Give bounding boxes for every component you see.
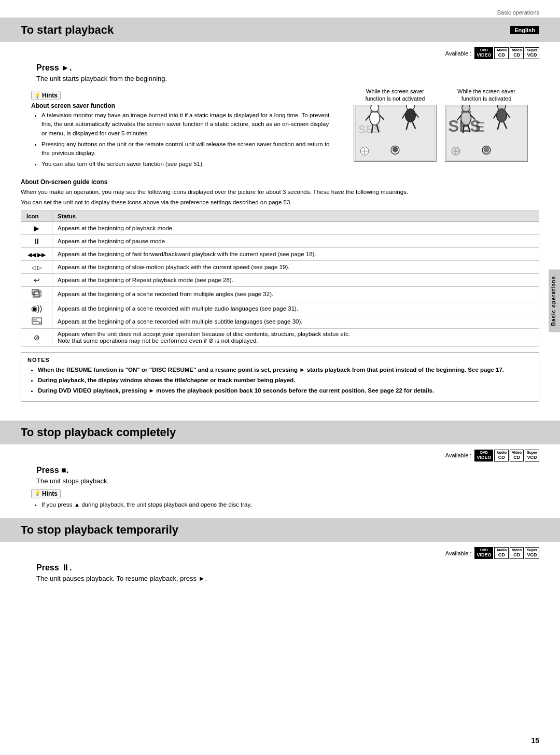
- press-instruction-1: Press ►.: [36, 63, 539, 73]
- hints-label-2: 💡 Hints: [31, 489, 61, 498]
- press-desc-3: The unit pauses playback. To resume play…: [36, 575, 539, 582]
- disc-badges-2: DVD VIDEO Audio CD Video CD Super VCD: [474, 450, 539, 462]
- side-tab: Basic operations: [549, 270, 560, 332]
- section2-available: Available : DVD VIDEO Audio CD Video CD …: [21, 450, 539, 462]
- hints-col: 💡 Hints About screen saver function A te…: [21, 88, 332, 173]
- screen-activated-box: SES E: [445, 105, 528, 162]
- status-multiangle: Appears at the beginning of a scene reco…: [52, 286, 539, 302]
- table-row: Appears at the beginning of a scene reco…: [21, 286, 539, 302]
- svg-point-24: [461, 111, 471, 125]
- hint-item-2: If you press ▲ during playback, the unit…: [41, 500, 539, 509]
- guide-desc1: When you make an operation, you may see …: [21, 188, 539, 196]
- press-instruction-2: Press ■.: [36, 466, 539, 475]
- badge-dvd-video: DVD VIDEO: [474, 47, 493, 59]
- page-header: Basic operations: [0, 0, 560, 18]
- icon-ff-rew: ◀◀ ▶▶: [21, 247, 52, 260]
- subtitle-icon: [32, 317, 42, 325]
- hint-single-2: If you press ▲ during playback, the unit…: [31, 500, 539, 509]
- hints-item-1: A television monitor may have an image b…: [41, 111, 332, 138]
- icon-multiangle: [21, 286, 52, 302]
- hints-container-2: 💡 Hints If you press ▲ during playback, …: [31, 489, 539, 509]
- status-slow: Appears at the beginning of slow-motion …: [52, 260, 539, 273]
- hints-text: Hints: [42, 92, 58, 99]
- badge-audio-cd-2: Audio CD: [494, 450, 509, 462]
- hint-list-2: If you press ▲ during playback, the unit…: [31, 500, 539, 509]
- available-label-2: Available :: [445, 452, 472, 458]
- available-label-3: Available :: [445, 550, 472, 556]
- icon-pause: ⏸: [21, 234, 52, 247]
- hints-label: 💡 Hints: [31, 91, 61, 100]
- press-desc-2: The unit stops playback.: [36, 477, 539, 485]
- disc-badges: DVD VIDEO Audio CD Video CD Super VCD: [474, 47, 539, 59]
- table-row: ▶ Appears at the beginning of playback m…: [21, 221, 539, 234]
- badge-dvd-video-3: DVD VIDEO: [474, 547, 493, 559]
- table-body: ▶ Appears at the beginning of playback m…: [21, 221, 539, 346]
- section1-title: To start playback: [21, 23, 114, 37]
- section2-title: To stop playback completely: [21, 426, 176, 439]
- available-label: Available :: [445, 50, 472, 57]
- disc-badges-3: DVD VIDEO Audio CD Video CD Super VCD: [474, 547, 539, 559]
- badge-super-vcd-3: Super VCD: [525, 547, 539, 559]
- icon-audio: ◉)): [21, 302, 52, 315]
- notes-list: When the RESUME function is "ON" or "DIS…: [27, 366, 533, 396]
- svg-point-3: [370, 111, 380, 125]
- table-row: ◀◀ ▶▶ Appears at the beginning of fast f…: [21, 247, 539, 260]
- icon-subtitle: [21, 315, 52, 328]
- note-3: During DVD VIDEO playback, pressing ► mo…: [38, 386, 533, 395]
- icon-slow: ◁ ▷: [21, 260, 52, 273]
- guide-subheading: About On-screen guide icons: [21, 178, 539, 186]
- section3-available: Available : DVD VIDEO Audio CD Video CD …: [21, 547, 539, 559]
- screen-activated: While the screen saverfunction is activa…: [445, 88, 528, 162]
- note-1: When the RESUME function is "ON" or "DIS…: [38, 366, 533, 374]
- status-ff-rew: Appears at the beginning of fast forward…: [52, 247, 539, 260]
- hints-item-2: Pressing any buttons on the unit or the …: [41, 140, 332, 158]
- section3-header: To stop playback temporarily: [0, 518, 560, 542]
- multiangle-icon: [32, 289, 42, 298]
- svg-point-11: [405, 109, 416, 122]
- table-row: ◁ ▷ Appears at the beginning of slow-mot…: [21, 260, 539, 273]
- hints-item-3: You can also turn off the screen saver f…: [41, 160, 332, 169]
- status-pause: Appears at the beginning of pause mode.: [52, 234, 539, 247]
- screen-not-activated-box: SES: [354, 105, 437, 162]
- icon-play: ▶: [21, 221, 52, 234]
- hints-icon: 💡: [34, 93, 40, 99]
- section2-content: Available : DVD VIDEO Audio CD Video CD …: [0, 444, 560, 518]
- badge-audio-cd: Audio CD: [494, 47, 509, 59]
- screen-not-activated: While the screen saverfunction is not ac…: [354, 88, 437, 162]
- press-desc-1: The unit starts playback from the beginn…: [36, 75, 539, 82]
- two-col-layout: 💡 Hints About screen saver function A te…: [21, 88, 539, 173]
- badge-video-cd-3: Video CD: [510, 547, 524, 559]
- badge-super-vcd-2: Super VCD: [525, 450, 539, 462]
- note-2: During playback, the display window show…: [38, 376, 533, 385]
- screen-saver-images: While the screen saverfunction is not ac…: [354, 88, 528, 162]
- screen-saver-images-col: While the screen saverfunction is not ac…: [342, 88, 539, 173]
- badge-super-vcd: Super VCD: [525, 47, 539, 59]
- svg-text:E: E: [475, 119, 484, 135]
- english-badge: English: [510, 26, 539, 34]
- table-row: Appears at the beginning of a scene reco…: [21, 315, 539, 328]
- table-row: ⊘ Appears when the unit does not accept …: [21, 328, 539, 346]
- screen-activated-caption: While the screen saverfunction is activa…: [457, 88, 515, 103]
- notes-heading: NOTES: [27, 357, 533, 363]
- screen-not-activated-caption: While the screen saverfunction is not ac…: [366, 88, 425, 103]
- soccer-svg-2: SES E: [445, 105, 527, 161]
- section2-header: To stop playback completely: [0, 421, 560, 444]
- table-row: ⏸ Appears at the beginning of pause mode…: [21, 234, 539, 247]
- badge-video-cd-2: Video CD: [510, 450, 524, 462]
- badge-audio-cd-3: Audio CD: [494, 547, 509, 559]
- hints-subheading1: About screen saver function: [31, 102, 332, 109]
- section3-content: Available : DVD VIDEO Audio CD Video CD …: [0, 542, 560, 592]
- status-prohibited: Appears when the unit does not accept yo…: [52, 328, 539, 346]
- section3-title: To stop playback temporarily: [21, 523, 178, 537]
- guide-note: You can set the unit not to display thes…: [21, 198, 539, 206]
- svg-point-32: [497, 109, 507, 122]
- badge-video-cd: Video CD: [510, 47, 524, 59]
- badge-dvd-video-2: DVD VIDEO: [474, 450, 493, 462]
- section-label: Basic operations: [497, 9, 539, 16]
- status-subtitle: Appears at the beginning of a scene reco…: [52, 315, 539, 328]
- soccer-svg-1: SES: [354, 105, 436, 161]
- col-status: Status: [52, 211, 539, 221]
- section1-content: Available : DVD VIDEO Audio CD Video CD …: [0, 42, 560, 412]
- press-instruction-3: Press ⏸.: [36, 563, 539, 572]
- table-row: ◉)) Appears at the beginning of a scene …: [21, 302, 539, 315]
